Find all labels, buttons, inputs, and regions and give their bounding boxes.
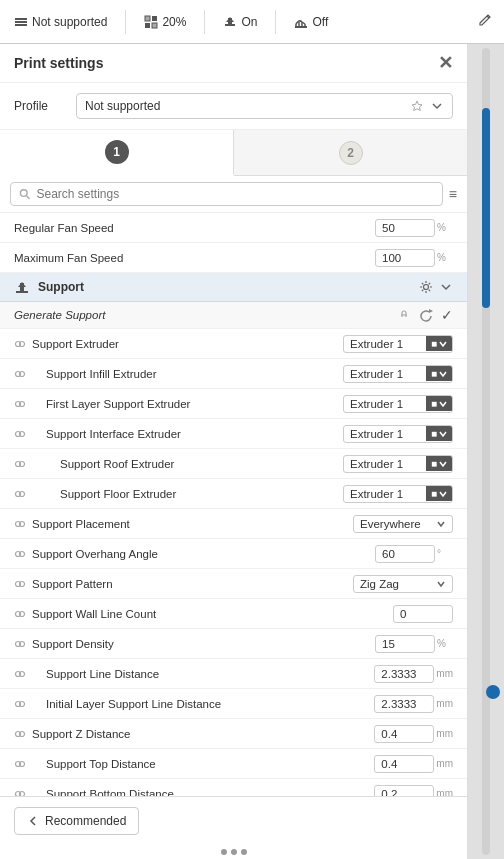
profile-row: Profile Not supported xyxy=(0,83,467,130)
support-section-header[interactable]: Support xyxy=(0,273,467,302)
link-icon-pattern[interactable] xyxy=(14,578,26,590)
regular-fan-speed-row: Regular Fan Speed 50 % xyxy=(0,213,467,243)
density-value-wrap: 15 % xyxy=(375,635,453,653)
profile-select-dropdown[interactable]: Not supported xyxy=(76,93,453,119)
max-fan-speed-value-wrap: 100 % xyxy=(375,249,453,267)
star-icon xyxy=(410,99,424,113)
svg-marker-24 xyxy=(429,309,433,313)
svg-marker-21 xyxy=(18,282,26,287)
svg-rect-6 xyxy=(152,23,157,28)
close-button[interactable]: ✕ xyxy=(438,54,453,72)
svg-marker-16 xyxy=(412,101,422,111)
checkmark-icon[interactable]: ✓ xyxy=(441,307,453,323)
profile-label: Profile xyxy=(14,99,64,113)
support-roof-extruder-dropdown[interactable]: Extruder 1 ■ xyxy=(343,455,453,473)
max-fan-speed-unit: % xyxy=(437,252,453,263)
link-icon-line-dist[interactable] xyxy=(14,668,26,680)
link-icon-overhang[interactable] xyxy=(14,548,26,560)
regular-fan-speed-unit: % xyxy=(437,222,453,233)
support-pattern-value: Zig Zag xyxy=(360,578,399,590)
regular-fan-speed-value-wrap: 50 % xyxy=(375,219,453,237)
chevron-down-icon xyxy=(430,99,444,113)
link-icon-generate[interactable] xyxy=(397,308,411,322)
support-top-distance-value[interactable]: 0.4 xyxy=(374,755,434,773)
support-pattern-label: Support Pattern xyxy=(32,578,353,590)
support-bottom-distance-unit: mm xyxy=(436,788,453,796)
support-roof-extruder-color: ■ xyxy=(426,456,452,471)
support-overhang-angle-label: Support Overhang Angle xyxy=(32,548,375,560)
support-infill-extruder-dropdown[interactable]: Extruder 1 ■ xyxy=(343,365,453,383)
recommended-button[interactable]: Recommended xyxy=(14,807,139,835)
link-icon-initial-layer-dist[interactable] xyxy=(14,698,26,710)
support-overhang-angle-unit: ° xyxy=(437,548,453,559)
link-icon-z-dist[interactable] xyxy=(14,728,26,740)
svg-rect-19 xyxy=(16,291,28,293)
density-icon xyxy=(144,15,158,29)
support-infill-extruder-row: Support Infill Extruder Extruder 1 ■ xyxy=(0,359,467,389)
support-overhang-angle-value[interactable]: 60 xyxy=(375,545,435,563)
collapse-icon[interactable] xyxy=(439,280,453,294)
on-label: On xyxy=(241,15,257,29)
link-icon-support-infill[interactable] xyxy=(14,368,26,380)
profile-select-value: Not supported xyxy=(85,99,160,113)
bottom-bar: Recommended xyxy=(0,796,467,845)
support-z-distance-value[interactable]: 0.4 xyxy=(374,725,434,743)
toolbar-off[interactable]: Off xyxy=(288,11,334,33)
initial-layer-support-line-dist-value[interactable]: 2.3333 xyxy=(374,695,434,713)
link-icon-floor[interactable] xyxy=(14,488,26,500)
support-bottom-distance-value[interactable]: 0.2 xyxy=(374,785,434,797)
support-placement-dropdown[interactable]: Everywhere xyxy=(353,515,453,533)
toolbar-percentage[interactable]: 20% xyxy=(138,11,192,33)
support-section-title: Support xyxy=(38,280,419,294)
support-wall-line-count-value[interactable]: 0 xyxy=(393,605,453,623)
toolbar-not-supported[interactable]: Not supported xyxy=(8,11,113,33)
support-density-row: Support Density 15 % xyxy=(0,629,467,659)
gear-icon[interactable] xyxy=(419,280,433,294)
support-placement-label: Support Placement xyxy=(32,518,353,530)
support-roof-extruder-value: Extruder 1 xyxy=(344,456,426,472)
link-icon-interface[interactable] xyxy=(14,428,26,440)
initial-layer-support-line-dist-unit: mm xyxy=(436,698,453,709)
support-line-distance-value[interactable]: 2.3333 xyxy=(374,665,434,683)
search-row: ≡ xyxy=(0,176,467,213)
toolbar-on[interactable]: On xyxy=(217,11,263,33)
support-interface-extruder-dropdown[interactable]: Extruder 1 ■ xyxy=(343,425,453,443)
support-pattern-dropdown[interactable]: Zig Zag xyxy=(353,575,453,593)
link-icon-top-dist[interactable] xyxy=(14,758,26,770)
extruder-tab-1[interactable]: 1 xyxy=(0,130,234,176)
support-bottom-distance-label: Support Bottom Distance xyxy=(32,788,374,797)
reset-icon[interactable] xyxy=(419,308,433,322)
first-layer-support-extruder-dropdown[interactable]: Extruder 1 ■ xyxy=(343,395,453,413)
link-icon-first-layer[interactable] xyxy=(14,398,26,410)
edit-button[interactable] xyxy=(474,9,496,34)
link-icon-wall-count[interactable] xyxy=(14,608,26,620)
support-extruder-label: Support Extruder xyxy=(32,338,343,350)
link-icon-bottom-dist[interactable] xyxy=(14,788,26,797)
support-bottom-distance-row: Support Bottom Distance 0.2 mm xyxy=(0,779,467,796)
support-floor-extruder-dropdown[interactable]: Extruder 1 ■ xyxy=(343,485,453,503)
link-icon-roof[interactable] xyxy=(14,458,26,470)
menu-icon[interactable]: ≡ xyxy=(449,186,457,202)
search-input[interactable] xyxy=(37,187,434,201)
support-density-value[interactable]: 15 xyxy=(375,635,435,653)
percentage-label: 20% xyxy=(162,15,186,29)
support-interface-extruder-value: Extruder 1 xyxy=(344,426,426,442)
support-density-label: Support Density xyxy=(32,638,375,650)
scroll-thumb[interactable] xyxy=(482,108,490,308)
generate-support-label: Generate Support xyxy=(14,309,397,321)
svg-rect-0 xyxy=(15,18,27,20)
scroll-track[interactable] xyxy=(482,48,490,855)
chevron-left-icon xyxy=(27,815,39,827)
max-fan-speed-value[interactable]: 100 xyxy=(375,249,435,267)
support-extruder-dropdown[interactable]: Extruder 1 ■ xyxy=(343,335,453,353)
support-top-distance-label: Support Top Distance xyxy=(32,758,374,770)
chevron-pattern xyxy=(436,579,446,589)
regular-fan-speed-value[interactable]: 50 xyxy=(375,219,435,237)
chevron-down-small-6 xyxy=(439,490,447,498)
link-icon-density[interactable] xyxy=(14,638,26,650)
extruder-tab-2[interactable]: 2 xyxy=(234,130,467,175)
link-icon-placement[interactable] xyxy=(14,518,26,530)
link-icon-support-extruder[interactable] xyxy=(14,338,26,350)
first-layer-support-extruder-label: First Layer Support Extruder xyxy=(32,398,343,410)
support-z-distance-row: Support Z Distance 0.4 mm xyxy=(0,719,467,749)
